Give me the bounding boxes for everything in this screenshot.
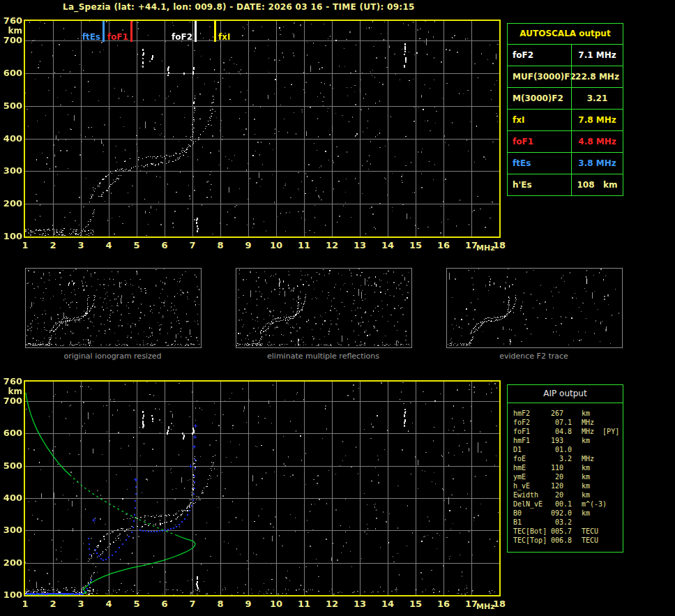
aip-row-label: D1 — [513, 445, 522, 454]
x-tick-label: 2 — [44, 240, 62, 250]
top-ionogram-canvas — [25, 21, 499, 236]
aip-row-unit: km — [582, 463, 590, 472]
x-tick-label: 8 — [211, 599, 229, 609]
aip-row-foF2: foF2 07.1MHz — [508, 418, 623, 427]
aip-row-value: 00.1 — [543, 499, 572, 509]
axis-unit-label: MHz — [476, 243, 495, 253]
aip-row-B0: B0 092.0km — [508, 509, 623, 518]
aip-row-hmF2: hmF2 267km — [508, 409, 623, 418]
aip-row-unit: km — [582, 490, 590, 499]
x-tick-label: 5 — [128, 240, 146, 250]
aip-row-unit: km — [582, 472, 590, 481]
autoscala-row-value: 22.8 MHz — [571, 66, 623, 87]
x-tick-label: 3 — [72, 599, 90, 609]
y-tick-label: 760 — [1, 376, 22, 386]
aip-row-label: ymE — [513, 472, 526, 481]
aip-row-unit: km — [582, 509, 590, 518]
thumbnail-evidence-canvas — [447, 269, 621, 346]
aip-row-label: TEC[Top] — [513, 536, 547, 545]
aip-row-unit: TECU — [582, 536, 598, 545]
autoscala-row-label: h'Es — [508, 174, 571, 195]
aip-row-value: 110 — [543, 463, 563, 472]
autoscala-row-label: M(3000)F2 — [508, 88, 571, 109]
x-tick-label: 1 — [16, 599, 34, 609]
thumbnail-caption: evidence F2 trace — [446, 352, 622, 361]
x-tick-label: 14 — [379, 240, 397, 250]
aip-row-label: foF2 — [513, 418, 530, 427]
autoscala-row-M(3000)F2: M(3000)F23.21 — [508, 87, 623, 109]
thumbnail-eliminate-canvas — [236, 269, 410, 346]
aip-row-value: 04.8 — [543, 427, 572, 436]
x-tick-label: 11 — [295, 240, 313, 250]
autoscala-row-foF2: foF27.1 MHz — [508, 44, 623, 66]
aip-row-value: 092.0 — [543, 509, 572, 518]
autoscala-row-label: fxI — [508, 110, 571, 130]
aip-row-label: hmF1 — [513, 436, 530, 445]
aip-row-label: Ewidth — [513, 490, 538, 499]
aip-row-ymE: ymE 20km — [508, 472, 623, 481]
x-tick-label: 4 — [100, 240, 118, 250]
marker-label-foF1: foF1 — [91, 32, 128, 42]
aip-row-unit: km — [582, 436, 590, 445]
aip-row-B1: B1 03.2 — [508, 518, 623, 527]
y-tick-label: 760 — [1, 15, 22, 26]
aip-row-value: 01.0 — [543, 445, 572, 454]
aip-table: AIP output hmF2 267kmfoF2 07.1MHzfoF1 04… — [507, 384, 623, 553]
autoscala-table: AUTOSCALA output foF27.1 MHzMUF(3000)F22… — [507, 23, 623, 196]
thumbnail-original-ionogram — [25, 268, 202, 348]
thumbnail-original-canvas — [26, 269, 199, 346]
axis-unit-label: km — [1, 26, 22, 36]
x-tick-label: 10 — [267, 599, 285, 609]
thumbnail-evidence-f2 — [446, 268, 623, 348]
aip-row-label: h_vE — [513, 481, 530, 490]
x-tick-label: 14 — [379, 599, 397, 609]
aip-row-unit: MHz — [582, 418, 594, 427]
aip-row-value: 3.2 — [543, 454, 572, 463]
autoscala-row-foF1: foF14.8 MHz — [508, 130, 623, 152]
autoscala-row-MUF(3000)F2: MUF(3000)F222.8 MHz — [508, 66, 623, 87]
x-tick-label: 3 — [72, 240, 90, 250]
x-tick-label: 10 — [267, 240, 285, 250]
marker-label-fxI: fxI — [218, 32, 248, 42]
y-tick-label: 700 — [1, 396, 22, 406]
aip-row-TEC[Bot]: TEC[Bot] 005.7TECU — [508, 527, 623, 536]
y-tick-label: 500 — [1, 100, 22, 111]
x-tick-label: 12 — [323, 599, 341, 609]
x-tick-label: 15 — [407, 240, 425, 250]
autoscala-row-label: foF1 — [508, 131, 571, 152]
autoscala-table-title: AUTOSCALA output — [508, 24, 623, 44]
x-tick-label: 9 — [239, 599, 257, 609]
autoscala-row-value: 108 km — [571, 174, 623, 195]
axis-unit-label: MHz — [476, 602, 495, 611]
y-tick-label: 600 — [1, 428, 22, 438]
aip-row-unit: TECU — [582, 527, 598, 536]
x-tick-label: 6 — [156, 599, 174, 609]
aip-row-D1: D1 01.0 — [508, 445, 623, 454]
x-tick-label: 16 — [434, 240, 453, 250]
aip-row-Ewidth: Ewidth 20km — [508, 490, 623, 499]
autoscala-table-rows: foF27.1 MHzMUF(3000)F222.8 MHzM(3000)F23… — [508, 44, 623, 195]
autoscala-row-h'Es: h'Es108 km — [508, 174, 623, 195]
bottom-ionogram-canvas — [25, 382, 499, 595]
aip-row-h_vE: h_vE 120km — [508, 481, 623, 490]
aip-row-foF1: foF1 04.8MHz [PY] — [508, 427, 623, 436]
autoscala-row-ftEs: ftEs3.8 MHz — [508, 152, 623, 174]
marker-label-foF2: foF2 — [155, 32, 192, 42]
autoscala-row-value: 3.21 — [571, 88, 623, 109]
bottom-ionogram-plot — [24, 380, 501, 596]
y-tick-label: 500 — [1, 460, 22, 471]
aip-table-rows: hmF2 267kmfoF2 07.1MHzfoF1 04.8MHz [PY]h… — [508, 409, 623, 545]
aip-row-label: B1 — [513, 518, 522, 527]
x-tick-label: 8 — [211, 240, 229, 250]
autoscala-row-fxI: fxI7.8 MHz — [508, 109, 623, 130]
aip-row-unit: MHz — [582, 454, 594, 463]
top-ionogram-plot — [24, 20, 501, 238]
x-tick-label: 11 — [295, 599, 313, 609]
axis-unit-label: km — [1, 386, 22, 396]
thumbnail-caption: eliminate multiple reflections — [235, 352, 411, 361]
aip-row-value: 005.7 — [543, 527, 572, 536]
aip-row-value: 20 — [543, 472, 563, 481]
aip-row-value: 20 — [543, 490, 563, 499]
y-tick-label: 200 — [1, 198, 22, 209]
aip-row-unit: km — [582, 481, 590, 490]
